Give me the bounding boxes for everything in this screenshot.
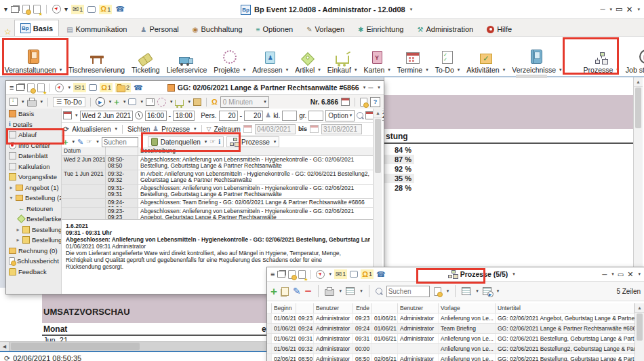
print-icon[interactable] — [325, 289, 334, 296]
todo-button[interactable]: ☰ To-Do — [53, 97, 85, 107]
toolbar-todo[interactable]: To-Do▾ — [432, 38, 464, 75]
option-select[interactable]: Option▾ — [325, 110, 355, 121]
reminder-minutes-select[interactable]: 0 Minuten▾ — [220, 96, 269, 108]
order-icon[interactable] — [175, 100, 184, 106]
import-icon[interactable] — [9, 98, 18, 106]
table-view-icon[interactable] — [346, 287, 355, 295]
toolbar-verzeichnisse[interactable]: Verzeichnisse▾ — [508, 38, 565, 75]
col-time1[interactable] — [296, 303, 314, 313]
chevron-down-icon[interactable]: ▾ — [355, 67, 357, 73]
search-input[interactable] — [386, 286, 430, 297]
scroll-up-icon[interactable]: ▲ — [374, 109, 382, 118]
toolbar-veranstaltungen[interactable]: Veranstaltungen▾ — [1, 38, 65, 75]
add-icon[interactable]: + — [114, 98, 119, 107]
tab-personal[interactable]: ♟Personal — [134, 22, 184, 36]
chevron-down-icon[interactable]: ▾ — [458, 67, 460, 73]
prozesse-row[interactable]: 02/06/21 08:50 Administrator 08:50 02/06… — [267, 354, 635, 361]
log-row[interactable]: 09:24-09:24 Abgeschlossen: Team Briefing… — [62, 199, 374, 208]
start-process-icon[interactable]: ▶ — [96, 97, 105, 107]
chat-icon[interactable] — [87, 6, 96, 13]
umsatz-hscrollbar[interactable]: ◀ — [0, 341, 266, 351]
folder-badge[interactable]: 2 — [115, 83, 131, 92]
phone-icon[interactable]: ☎ — [134, 84, 143, 92]
toolbar-job-starten[interactable]: ▶ Job starten▾ — [622, 38, 644, 75]
chevron-down-icon[interactable]: ▾ — [60, 67, 62, 73]
history-icon[interactable] — [360, 98, 367, 107]
chevron-down-icon[interactable]: ▾ — [243, 67, 246, 73]
navigator-dropdown-icon[interactable]: ▾ — [329, 271, 331, 277]
tab-einrichtung[interactable]: ✱Einrichtung — [352, 22, 409, 36]
refresh-icon[interactable]: ⟳ — [63, 126, 69, 133]
toolbar-ticketing[interactable]: Ticketing — [128, 38, 163, 75]
time-to-input[interactable] — [173, 111, 195, 121]
windows-icon[interactable] — [11, 6, 19, 13]
calendar-clock-icon[interactable] — [341, 98, 350, 106]
tab-basis[interactable]: BpBasis — [14, 20, 59, 36]
tab-kommunikation[interactable]: ▤Kommunikation — [60, 22, 133, 36]
toolbar-artikel[interactable]: Artikel▾ — [291, 38, 324, 75]
search-input[interactable] — [102, 137, 138, 147]
favorite-doc-icon[interactable] — [298, 270, 306, 279]
navigator-icon[interactable] — [316, 270, 325, 279]
menu-icon[interactable]: ≡ — [270, 271, 275, 278]
zeitraum-to-input[interactable] — [321, 124, 362, 134]
toolbar-aktivitaeten[interactable]: Aktivitäten▾ — [463, 38, 508, 75]
log-row[interactable]: Wed 2 Jun 2021 08:50-08:50 Abgeschlossen… — [62, 156, 374, 170]
title-dropdown-icon[interactable]: ▾ — [410, 7, 413, 12]
toolbar-prozesse[interactable]: Prozesse▾ — [580, 38, 622, 75]
add-icon[interactable]: + — [270, 286, 277, 297]
restore-button[interactable]: ▭ — [616, 5, 622, 14]
zeitraum-from-input[interactable] — [255, 124, 296, 134]
zeitraum-button[interactable]: Zeitraum — [214, 126, 240, 133]
prozesse-row[interactable]: 01/06/21 09:23 Administrator 09:23 01/06… — [267, 314, 635, 324]
col-benutzer1[interactable]: Benutzer — [314, 303, 353, 313]
copy-icon[interactable] — [281, 287, 289, 296]
sidebar-item-bestellung-group[interactable]: ▾Bestellung (2) — [6, 193, 61, 204]
chevron-down-icon[interactable]: ▾ — [286, 67, 289, 73]
roomplan-icon[interactable] — [146, 98, 155, 106]
gr-input[interactable] — [308, 111, 323, 121]
title-dropdown-icon[interactable]: ▾ — [363, 85, 366, 90]
close-button[interactable]: ✕ — [627, 270, 633, 279]
print-icon[interactable] — [27, 100, 37, 107]
favorite-doc-icon[interactable] — [33, 5, 41, 14]
sidebar-item-angebot[interactable]: ▸Angebot (1) — [6, 183, 61, 193]
bell-badge[interactable]: Ω1 — [361, 269, 374, 279]
navigator-icon[interactable] — [52, 5, 61, 14]
col-vorlage[interactable]: Vorlage — [439, 303, 496, 313]
navigator-dropdown-icon[interactable]: ▾ — [64, 6, 68, 13]
menu-icon[interactable]: ≡ — [9, 84, 14, 92]
date-filter-icon[interactable] — [434, 287, 441, 296]
mail-badge[interactable]: ✉1 — [334, 269, 347, 279]
search-icon[interactable] — [357, 112, 363, 119]
restore-button[interactable]: ▭ — [384, 84, 384, 92]
close-button[interactable]: ✕ — [626, 5, 632, 14]
event-date-input[interactable] — [80, 111, 133, 121]
minimize-button[interactable]: ─ — [600, 5, 605, 13]
chevron-down-icon[interactable]: ▾ — [388, 67, 390, 73]
chevron-down-icon[interactable]: ▾ — [559, 67, 562, 73]
close-dropdown-icon[interactable]: ▾ — [638, 271, 641, 277]
comment-icon[interactable] — [128, 98, 136, 105]
scroll-up-icon[interactable]: ▲ — [634, 77, 643, 87]
minimize-dropdown-icon[interactable]: ▾ — [378, 85, 380, 90]
prozesse-row[interactable]: 01/06/21 09:32 Administrator 00:00 Anlie… — [267, 344, 635, 354]
chat-icon[interactable] — [89, 84, 97, 91]
minimize-button[interactable]: ─ — [602, 271, 607, 278]
navigator-icon[interactable] — [55, 83, 64, 92]
edit-icon[interactable]: ✎ — [77, 138, 83, 146]
sidebar-item-rechnung[interactable]: Rechnung (0) — [6, 246, 61, 256]
chevron-down-icon[interactable]: ▾ — [503, 67, 506, 73]
sidebar-item-feedback[interactable]: Feedback — [6, 267, 61, 278]
sidebar-item-ablauf[interactable]: Ablauf — [6, 130, 61, 140]
navigator-dropdown-icon[interactable]: ▾ — [68, 85, 71, 90]
chevron-down-icon[interactable]: ▾ — [318, 67, 321, 73]
kl-input[interactable] — [282, 111, 297, 121]
sidebar-item-schlussbericht[interactable]: Schlussbericht — [6, 256, 61, 267]
sidebar-item-bestellartikel[interactable]: Bestellartikel — [6, 214, 61, 225]
bell-badge[interactable]: Ω1 — [100, 83, 113, 92]
sichten-prozesse-dropdown[interactable]: Prozesse — [161, 126, 190, 133]
expand-icon[interactable]: ▸ — [16, 237, 20, 243]
info-icon[interactable]: i — [218, 138, 220, 145]
minimize-button[interactable]: ─ — [368, 84, 373, 92]
